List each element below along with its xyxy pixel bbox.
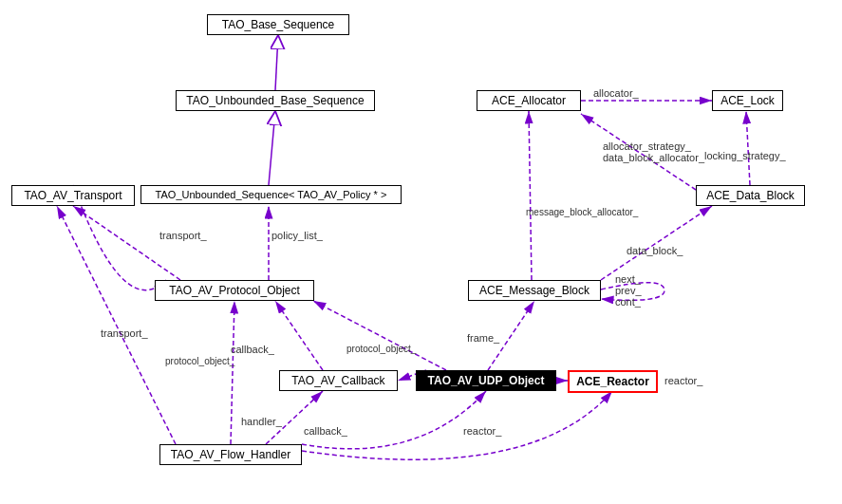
node-ace-message-block: ACE_Message_Block: [468, 280, 601, 301]
label-next: next_: [615, 273, 641, 285]
edges-svg: [0, 0, 842, 504]
node-tao-unbounded-sequence: TAO_Unbounded_Sequence< TAO_AV_Policy * …: [140, 185, 402, 204]
label-handler: handler_: [241, 416, 282, 427]
node-ace-data-block: ACE_Data_Block: [696, 185, 805, 206]
node-tao-av-udp-object: TAO_AV_UDP_Object: [416, 370, 556, 391]
label-data-block-allocator: data_block_allocator_: [603, 152, 704, 163]
svg-line-0: [275, 35, 278, 90]
svg-line-6: [746, 111, 750, 185]
label-callback2: callback_: [304, 425, 347, 437]
label-reactor2: reactor_: [463, 425, 501, 437]
label-frame: frame_: [467, 332, 499, 344]
svg-line-11: [313, 301, 446, 370]
node-tao-av-flow-handler: TAO_AV_Flow_Handler: [159, 444, 302, 465]
node-tao-base-sequence: TAO_Base_Sequence: [207, 14, 349, 35]
svg-line-14: [231, 301, 234, 444]
label-data-block: data_block_: [627, 245, 683, 256]
label-cont: cont_: [615, 296, 641, 308]
label-allocator-strategy: allocator_strategy_: [603, 140, 691, 152]
diagram-container: TAO_Base_Sequence TAO_Unbounded_Base_Seq…: [0, 0, 842, 504]
label-policy-list: policy_list_: [271, 230, 323, 241]
node-tao-unbounded-base-sequence: TAO_Unbounded_Base_Sequence: [176, 90, 375, 111]
svg-line-3: [73, 206, 180, 280]
node-ace-allocator: ACE_Allocator: [477, 90, 581, 111]
node-tao-av-callback: TAO_AV_Callback: [279, 370, 398, 391]
node-ace-lock: ACE_Lock: [712, 90, 783, 111]
svg-line-15: [57, 206, 176, 444]
node-ace-reactor: ACE_Reactor: [568, 370, 658, 393]
label-prev: prev_: [615, 285, 642, 296]
label-callback1: callback_: [231, 344, 274, 355]
label-allocator: allocator_: [593, 87, 639, 99]
label-message-block-allocator: message_block_allocator_: [526, 207, 638, 217]
node-tao-av-transport: TAO_AV_Transport: [11, 185, 135, 206]
label-transport2: transport_: [101, 327, 148, 339]
label-transport1: transport_: [159, 230, 207, 241]
label-protocol-object1: protocol_object_: [165, 356, 234, 366]
label-reactor1: reactor_: [664, 375, 702, 386]
label-locking-strategy: locking_strategy_: [704, 150, 786, 161]
svg-line-7: [529, 111, 532, 280]
label-protocol-object2: protocol_object_: [346, 344, 416, 354]
node-tao-av-protocol-object: TAO_AV_Protocol_Object: [155, 280, 314, 301]
svg-line-16: [275, 301, 323, 370]
svg-line-1: [269, 111, 275, 185]
